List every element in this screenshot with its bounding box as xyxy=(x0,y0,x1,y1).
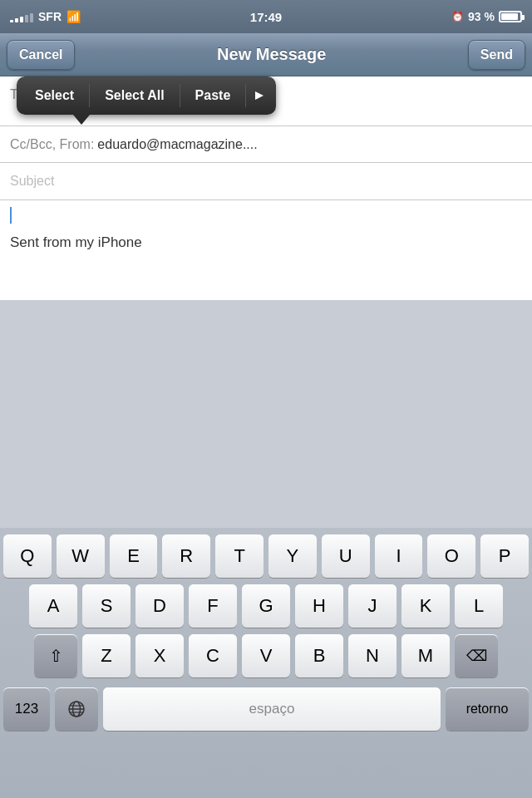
subject-placeholder: Subject xyxy=(10,174,54,189)
key-h[interactable]: H xyxy=(295,584,343,628)
key-j[interactable]: J xyxy=(348,584,397,628)
key-x[interactable]: X xyxy=(135,634,184,677)
key-v[interactable]: V xyxy=(242,634,290,677)
keyboard-bottom-row: 123 espaço retorno xyxy=(0,687,532,731)
battery-fill xyxy=(501,13,518,20)
cc-bcc-label: Cc/Bcc, From: xyxy=(10,137,94,152)
key-t[interactable]: T xyxy=(215,534,264,578)
page-title: New Message xyxy=(217,45,326,64)
key-s[interactable]: S xyxy=(82,584,131,628)
alarm-icon: ⏰ xyxy=(451,11,464,22)
key-e[interactable]: E xyxy=(110,534,158,578)
key-l[interactable]: L xyxy=(455,584,503,628)
key-w[interactable]: W xyxy=(57,534,105,578)
send-button[interactable]: Send xyxy=(468,40,525,70)
key-f[interactable]: F xyxy=(189,584,237,628)
key-q[interactable]: Q xyxy=(3,534,52,578)
status-time: 17:49 xyxy=(250,10,282,24)
signal-bar-2 xyxy=(15,18,18,22)
space-key[interactable]: espaço xyxy=(103,687,441,731)
paste-button[interactable]: Paste xyxy=(180,76,246,115)
key-k[interactable]: K xyxy=(401,584,450,628)
text-cursor xyxy=(10,207,12,224)
shift-key[interactable]: ⇧ xyxy=(34,634,77,677)
email-fields: To: Select Select All Paste Cc/Bcc, From… xyxy=(0,76,532,200)
signal-bar-4 xyxy=(25,15,28,22)
battery-icon xyxy=(499,11,522,22)
nav-bar: Cancel New Message Send xyxy=(0,33,532,76)
wifi-icon: 📶 xyxy=(66,10,81,23)
key-o[interactable]: O xyxy=(427,534,475,578)
key-c[interactable]: C xyxy=(189,634,237,677)
signal-icon xyxy=(10,11,33,22)
select-button[interactable]: Select xyxy=(20,76,89,115)
key-r[interactable]: R xyxy=(162,534,210,578)
key-z[interactable]: Z xyxy=(82,634,131,677)
key-b[interactable]: B xyxy=(295,634,343,677)
signal-bar-1 xyxy=(10,20,13,22)
subject-field-row[interactable]: Subject xyxy=(0,163,532,200)
context-menu: Select Select All Paste xyxy=(17,76,276,115)
return-key[interactable]: retorno xyxy=(446,687,529,731)
carrier-name: SFR xyxy=(38,10,62,23)
status-right: ⏰ 93 % xyxy=(451,10,522,23)
key-row-1: Q W E R T Y U I O P xyxy=(3,534,529,578)
delete-key[interactable]: ⌫ xyxy=(455,634,498,677)
numbers-key[interactable]: 123 xyxy=(3,687,50,731)
keyboard-rows: Q W E R T Y U I O P A S D F G H J K L ⇧ xyxy=(0,528,532,687)
globe-key[interactable] xyxy=(55,687,98,731)
shift-icon: ⇧ xyxy=(49,646,63,666)
to-field-row: To: Select Select All Paste xyxy=(0,76,532,126)
key-i[interactable]: I xyxy=(375,534,423,578)
key-p[interactable]: P xyxy=(480,534,529,578)
cc-bcc-value: eduardo@macmagazine.... xyxy=(97,137,522,152)
select-all-button[interactable]: Select All xyxy=(90,76,179,115)
key-a[interactable]: A xyxy=(29,584,77,628)
key-row-3: ⇧ Z X C V B N M ⌫ xyxy=(3,634,529,677)
cancel-button[interactable]: Cancel xyxy=(7,40,75,70)
keyboard: Q W E R T Y U I O P A S D F G H J K L ⇧ xyxy=(0,528,532,798)
battery-percent: 93 % xyxy=(468,10,495,23)
status-left: SFR 📶 xyxy=(10,10,81,23)
key-row-2: A S D F G H J K L xyxy=(3,584,529,628)
key-m[interactable]: M xyxy=(401,634,450,677)
key-u[interactable]: U xyxy=(322,534,370,578)
svg-marker-0 xyxy=(255,91,264,100)
delete-icon: ⌫ xyxy=(466,647,487,665)
status-bar: SFR 📶 17:49 ⏰ 93 % xyxy=(0,0,532,33)
key-g[interactable]: G xyxy=(242,584,290,628)
signature-text: Sent from my iPhone xyxy=(10,232,522,254)
key-d[interactable]: D xyxy=(135,584,184,628)
globe-icon xyxy=(67,700,86,718)
key-y[interactable]: Y xyxy=(268,534,317,578)
cc-bcc-field-row[interactable]: Cc/Bcc, From: eduardo@macmagazine.... xyxy=(0,126,532,163)
compose-body[interactable]: Sent from my iPhone xyxy=(0,200,532,300)
menu-more-arrow[interactable] xyxy=(246,82,273,109)
signal-bar-5 xyxy=(30,13,33,22)
key-n[interactable]: N xyxy=(348,634,397,677)
signal-bar-3 xyxy=(20,17,23,22)
